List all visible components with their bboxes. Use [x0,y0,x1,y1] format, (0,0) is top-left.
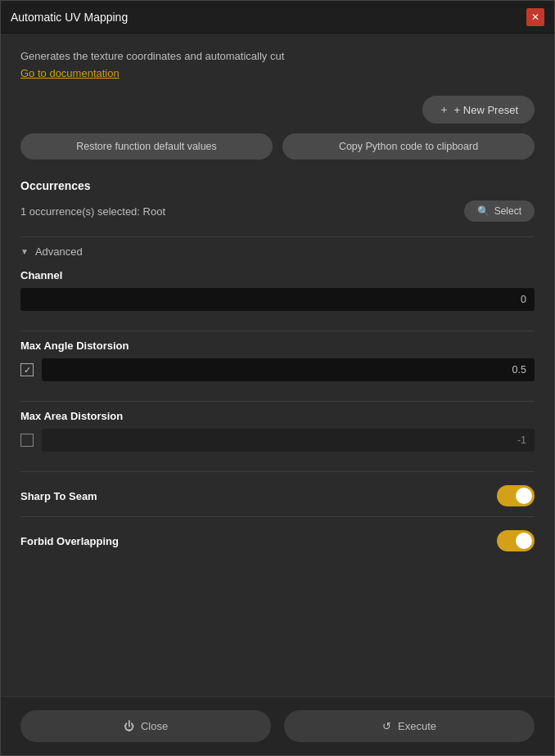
divider-3 [20,401,535,402]
close-button[interactable]: ⏻ Close [20,710,271,742]
actions-row: Restore function default values Copy Pyt… [20,133,535,160]
channel-slider[interactable]: 0 [20,288,535,311]
doc-link[interactable]: Go to documentation [20,67,535,79]
main-window: Automatic UV Mapping ✕ Generates the tex… [0,0,555,756]
max-area-row: -1 [20,429,535,452]
sharp-to-seam-row: Sharp To Seam [20,485,535,506]
select-label: Select [494,205,521,217]
max-area-checkbox[interactable] [20,434,34,447]
forbid-overlapping-row: Forbid Overlapping [20,530,535,551]
max-area-value: -1 [517,434,526,446]
sharp-to-seam-toggle[interactable] [497,485,535,506]
new-preset-button[interactable]: ＋ + New Preset [422,96,535,124]
description-text: Generates the texture coordinates and au… [20,50,535,62]
copy-button[interactable]: Copy Python code to clipboard [282,133,535,160]
execute-button[interactable]: ↺ Execute [284,710,535,742]
max-angle-checkbox[interactable] [20,363,34,376]
window-close-button[interactable]: ✕ [526,8,544,26]
forbid-overlapping-toggle[interactable] [497,530,535,551]
channel-label: Channel [20,269,535,281]
new-preset-label: + New Preset [454,104,518,116]
channel-slider-row: 0 [20,288,535,311]
restore-button[interactable]: Restore function default values [20,133,273,160]
close-label: Close [141,720,168,732]
forbid-overlapping-knob [516,533,532,549]
refresh-icon: ↺ [382,720,391,732]
power-icon: ⏻ [124,720,134,732]
max-area-slider[interactable]: -1 [42,429,535,452]
bottom-bar: ⏻ Close ↺ Execute [1,696,554,755]
divider-1 [20,236,535,237]
chevron-down-icon: ▼ [20,247,29,256]
advanced-toggle[interactable]: ▼ Advanced [20,245,535,258]
titlebar: Automatic UV Mapping ✕ [1,1,554,34]
sharp-to-seam-knob [516,488,532,504]
top-actions: ＋ + New Preset [20,96,535,124]
max-area-label: Max Area Distorsion [20,410,535,422]
execute-label: Execute [398,720,436,732]
channel-value: 0 [521,294,526,305]
max-angle-section: Max Angle Distorsion 0.5 [20,340,535,386]
main-content: Generates the texture coordinates and au… [1,34,554,696]
advanced-label: Advanced [35,245,83,258]
divider-2 [20,331,535,331]
plus-icon: ＋ [439,102,449,117]
occurrences-section-label: Occurrences [20,179,535,192]
search-icon: 🔍 [477,205,490,217]
max-angle-label: Max Angle Distorsion [20,340,535,352]
divider-4 [20,471,535,472]
occurrences-text: 1 occurrence(s) selected: Root [20,205,165,218]
max-area-section: Max Area Distorsion -1 [20,410,535,457]
channel-section: Channel 0 [20,269,535,316]
divider-5 [20,516,535,517]
forbid-overlapping-label: Forbid Overlapping [20,535,119,547]
max-angle-row: 0.5 [20,358,535,381]
max-angle-value: 0.5 [512,364,526,376]
select-button[interactable]: 🔍 Select [464,200,535,222]
max-angle-slider[interactable]: 0.5 [42,358,535,381]
sharp-to-seam-label: Sharp To Seam [20,490,97,502]
window-title: Automatic UV Mapping [11,11,128,24]
occurrences-row: 1 occurrence(s) selected: Root 🔍 Select [20,200,535,222]
